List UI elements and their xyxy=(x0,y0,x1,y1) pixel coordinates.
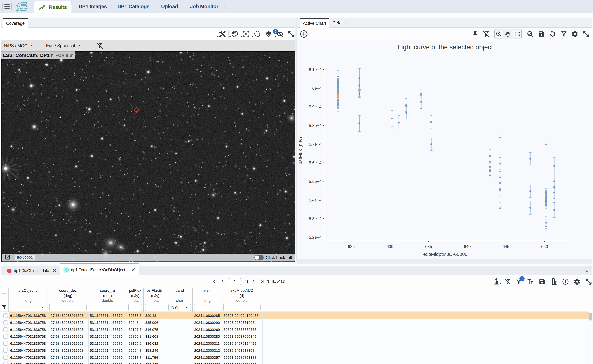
svg-text:5.9e+4: 5.9e+4 xyxy=(309,104,321,109)
svg-text:5.3e+4: 5.3e+4 xyxy=(309,216,321,221)
svg-text:645: 645 xyxy=(502,244,509,249)
svg-text:630: 630 xyxy=(386,244,393,249)
svg-text:1X: 1X xyxy=(528,32,532,35)
svg-text:5.7e+4: 5.7e+4 xyxy=(309,142,321,146)
svg-text:625: 625 xyxy=(348,244,355,249)
svg-text:6.1e+4: 6.1e+4 xyxy=(309,67,321,72)
svg-text:expMidptMJD-60000: expMidptMJD-60000 xyxy=(423,252,467,257)
svg-text:psfFlux (nJy): psfFlux (nJy) xyxy=(298,137,303,164)
svg-text:5.6e+4: 5.6e+4 xyxy=(309,161,321,165)
svg-text:6e+4: 6e+4 xyxy=(312,86,321,91)
svg-text:650: 650 xyxy=(541,244,548,249)
svg-text:635: 635 xyxy=(425,244,432,249)
svg-text:5.5e+4: 5.5e+4 xyxy=(309,179,321,184)
svg-text:5.2e+4: 5.2e+4 xyxy=(309,235,321,240)
svg-text:Light curve of the selected ob: Light curve of the selected object xyxy=(398,44,493,51)
svg-text:5.8e+4: 5.8e+4 xyxy=(309,123,321,128)
svg-text:5.4e+4: 5.4e+4 xyxy=(309,198,321,202)
svg-text:640: 640 xyxy=(464,244,471,249)
